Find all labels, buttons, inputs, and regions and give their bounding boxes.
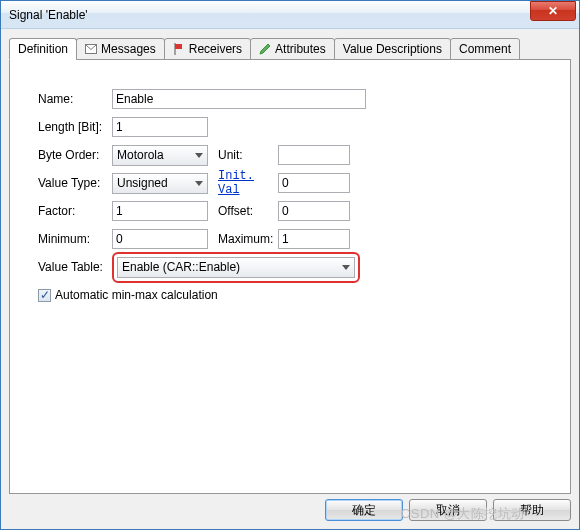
window-title: Signal 'Enable'	[9, 8, 530, 22]
value-table-select[interactable]: Enable (CAR::Enable)	[117, 257, 355, 278]
tab-label: Value Descriptions	[343, 42, 442, 56]
maximum-field[interactable]	[278, 229, 350, 249]
envelope-icon	[85, 43, 97, 55]
label-offset: Offset:	[218, 204, 278, 218]
tab-attributes[interactable]: Attributes	[250, 38, 335, 60]
label-length: Length [Bit]:	[38, 120, 112, 134]
label-byte-order: Byte Order:	[38, 148, 112, 162]
flag-icon	[173, 43, 185, 55]
factor-field[interactable]	[112, 201, 208, 221]
pencil-icon	[259, 43, 271, 55]
tabpanel-definition: Name: Length [Bit]: Byte Order: Motorola…	[9, 59, 571, 494]
label-value-type: Value Type:	[38, 176, 112, 190]
tab-definition[interactable]: Definition	[9, 38, 77, 60]
close-icon: ✕	[548, 4, 558, 18]
minimum-field[interactable]	[112, 229, 208, 249]
label-auto-minmax: Automatic min-max calculation	[55, 288, 218, 302]
dialog-buttons: 确定 取消 帮助	[325, 499, 571, 521]
tab-value-descriptions[interactable]: Value Descriptions	[334, 38, 451, 60]
value-table-highlight: Enable (CAR::Enable)	[112, 252, 360, 283]
check-icon: ✓	[40, 289, 50, 301]
svg-rect-2	[175, 44, 182, 49]
cancel-button[interactable]: 取消	[409, 499, 487, 521]
name-field[interactable]	[112, 89, 366, 109]
dialog-body: Definition Messages Receivers Attributes	[1, 29, 579, 529]
init-val-link[interactable]: Init. Val	[218, 169, 278, 197]
label-factor: Factor:	[38, 204, 112, 218]
label-minimum: Minimum:	[38, 232, 112, 246]
tab-label: Messages	[101, 42, 156, 56]
label-unit: Unit:	[218, 148, 278, 162]
unit-field[interactable]	[278, 145, 350, 165]
tab-messages[interactable]: Messages	[76, 38, 165, 60]
length-field[interactable]	[112, 117, 208, 137]
auto-minmax-row: ✓ Automatic min-max calculation	[38, 288, 550, 302]
tab-row: Definition Messages Receivers Attributes	[9, 38, 571, 60]
label-value-table: Value Table:	[38, 260, 112, 274]
tab-label: Comment	[459, 42, 511, 56]
titlebar: Signal 'Enable' ✕	[1, 1, 579, 29]
auto-minmax-checkbox[interactable]: ✓	[38, 289, 51, 302]
tab-label: Attributes	[275, 42, 326, 56]
close-button[interactable]: ✕	[530, 1, 576, 21]
label-maximum: Maximum:	[218, 232, 278, 246]
tab-comment[interactable]: Comment	[450, 38, 520, 60]
offset-field[interactable]	[278, 201, 350, 221]
tab-label: Definition	[18, 42, 68, 56]
byte-order-select[interactable]: Motorola	[112, 145, 208, 166]
value-type-select[interactable]: Unsigned	[112, 173, 208, 194]
tab-label: Receivers	[189, 42, 242, 56]
help-button[interactable]: 帮助	[493, 499, 571, 521]
dialog-window: Signal 'Enable' ✕ Definition Messages Re…	[0, 0, 580, 530]
tab-receivers[interactable]: Receivers	[164, 38, 251, 60]
label-name: Name:	[38, 92, 112, 106]
init-val-field[interactable]	[278, 173, 350, 193]
ok-button[interactable]: 确定	[325, 499, 403, 521]
